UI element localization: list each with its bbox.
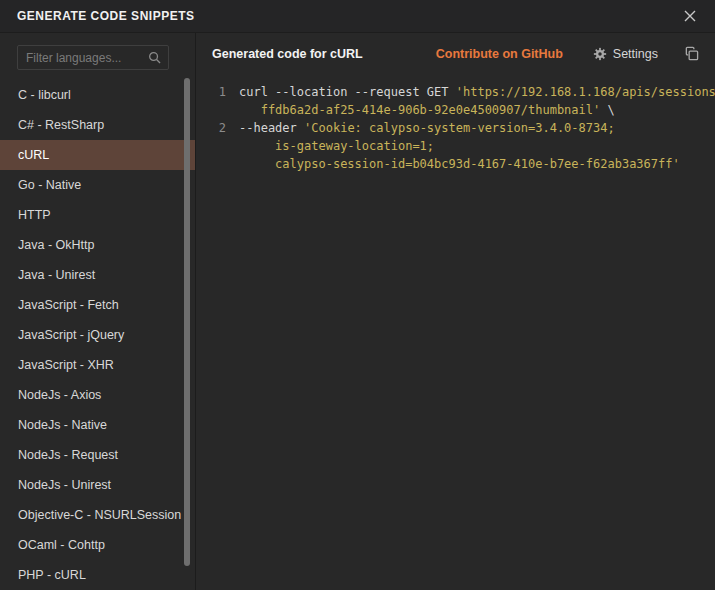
language-sidebar: C - libcurlC# - RestSharpcURLGo - Native… <box>0 33 196 590</box>
sidebar-item-nodejs-request[interactable]: NodeJs - Request <box>0 440 195 470</box>
sidebar-item-ocaml-cohttp[interactable]: OCaml - Cohttp <box>0 530 195 560</box>
sidebar-item-java-unirest[interactable]: Java - Unirest <box>0 260 195 290</box>
sidebar-item-go-native[interactable]: Go - Native <box>0 170 195 200</box>
sidebar-item-nodejs-axios[interactable]: NodeJs - Axios <box>0 380 195 410</box>
sidebar-item-nodejs-native[interactable]: NodeJs - Native <box>0 410 195 440</box>
sidebar-item-javascript-fetch[interactable]: JavaScript - Fetch <box>0 290 195 320</box>
code-line: is-gateway-location=1; <box>226 137 434 155</box>
code-line: curl --location --request GET 'https://1… <box>226 83 715 101</box>
line-number <box>196 155 226 173</box>
line-number <box>196 101 226 119</box>
code-line: calypso-session-id=b04bc93d-4167-410e-b7… <box>226 155 680 173</box>
sidebar-item-php-curl[interactable]: PHP - cURL <box>0 560 195 590</box>
search-icon <box>148 51 161 64</box>
sidebar-item-javascript-jquery[interactable]: JavaScript - jQuery <box>0 320 195 350</box>
contribute-on-github-link[interactable]: Contribute on GitHub <box>436 47 563 61</box>
filter-languages-input[interactable] <box>18 46 168 69</box>
filter-languages-field <box>17 45 169 70</box>
sidebar-item-objective-c-nsurlsession[interactable]: Objective-C - NSURLSession <box>0 500 195 530</box>
code-row: 2--header 'Cookie: calypso-system-versio… <box>196 119 715 137</box>
code-panel-title: Generated code for cURL <box>212 47 363 61</box>
dialog-title: GENERATE CODE SNIPPETS <box>17 9 194 23</box>
dialog-header: GENERATE CODE SNIPPETS <box>0 0 715 33</box>
line-number <box>196 137 226 155</box>
sidebar-item-c-restsharp[interactable]: C# - RestSharp <box>0 110 195 140</box>
sidebar-item-java-okhttp[interactable]: Java - OkHttp <box>0 230 195 260</box>
close-icon[interactable] <box>682 8 698 24</box>
sidebar-item-http[interactable]: HTTP <box>0 200 195 230</box>
sidebar-item-nodejs-unirest[interactable]: NodeJs - Unirest <box>0 470 195 500</box>
code-row: calypso-session-id=b04bc93d-4167-410e-b7… <box>196 155 715 173</box>
code-line: --header 'Cookie: calypso-system-version… <box>226 119 615 137</box>
code-panel-header: Generated code for cURL Contribute on Gi… <box>196 33 715 74</box>
copy-icon[interactable] <box>684 46 699 61</box>
line-number: 1 <box>196 83 226 101</box>
sidebar-scrollbar[interactable] <box>184 78 190 586</box>
sidebar-item-curl[interactable]: cURL <box>0 140 195 170</box>
dialog-body: C - libcurlC# - RestSharpcURLGo - Native… <box>0 33 715 590</box>
line-number: 2 <box>196 119 226 137</box>
code-line: ffdb6a2d-af25-414e-906b-92e0e4500907/thu… <box>226 101 615 119</box>
sidebar-scrollbar-thumb[interactable] <box>184 78 190 566</box>
gear-icon <box>593 47 607 61</box>
code-row: is-gateway-location=1; <box>196 137 715 155</box>
language-list: C - libcurlC# - RestSharpcURLGo - Native… <box>0 80 195 590</box>
settings-label: Settings <box>613 47 658 61</box>
code-row: 1curl --location --request GET 'https://… <box>196 83 715 101</box>
code-editor[interactable]: 1curl --location --request GET 'https://… <box>196 74 715 590</box>
generate-code-snippets-dialog: GENERATE CODE SNIPPETS C - libcurlC# - R… <box>0 0 715 590</box>
settings-button[interactable]: Settings <box>593 47 658 61</box>
sidebar-item-c-libcurl[interactable]: C - libcurl <box>0 80 195 110</box>
sidebar-item-javascript-xhr[interactable]: JavaScript - XHR <box>0 350 195 380</box>
code-panel: Generated code for cURL Contribute on Gi… <box>196 33 715 590</box>
code-row: ffdb6a2d-af25-414e-906b-92e0e4500907/thu… <box>196 101 715 119</box>
